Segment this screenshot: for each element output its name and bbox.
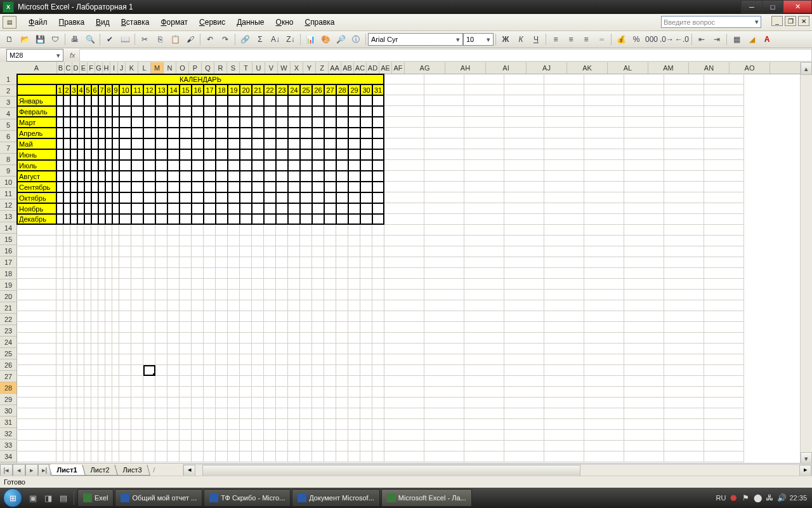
col-header[interactable]: C	[65, 62, 72, 74]
row-header[interactable]: 34	[0, 451, 16, 462]
align-center-icon[interactable]: ≡	[565, 33, 577, 46]
col-header[interactable]: X	[291, 62, 303, 74]
taskbar-button[interactable]: ТФ Скрибо - Micro...	[204, 489, 291, 507]
cut-icon[interactable]: ✂	[138, 33, 151, 46]
taskbar-button[interactable]: Exel	[77, 489, 114, 507]
align-left-icon[interactable]: ≡	[549, 33, 562, 46]
col-header[interactable]: F	[88, 62, 95, 74]
preview-icon[interactable]: 🔍	[84, 33, 96, 46]
sheet-tab[interactable]: Лист2	[82, 465, 119, 476]
maximize-button[interactable]: □	[762, 0, 783, 13]
row-header[interactable]: 5	[0, 119, 16, 131]
col-header[interactable]: A	[16, 62, 57, 74]
row-header[interactable]: 33	[0, 439, 16, 451]
col-header[interactable]: O	[176, 62, 189, 74]
row-header[interactable]: 1	[0, 74, 16, 85]
help-icon[interactable]: ⓘ	[350, 33, 362, 46]
column-headers[interactable]: ABCDEFGHIJKLMNOPQRSTUVWXYZAAABACADAEAFAG…	[16, 62, 801, 74]
close-button[interactable]: ✕	[783, 0, 812, 13]
col-header[interactable]: R	[214, 62, 227, 74]
row-header[interactable]: 19	[0, 279, 16, 291]
sort-desc-icon[interactable]: Z↓	[284, 33, 297, 46]
sort-asc-icon[interactable]: A↓	[269, 33, 282, 46]
col-header[interactable]: U	[252, 62, 265, 74]
col-header[interactable]: H	[103, 62, 110, 74]
drawing-icon[interactable]: 🎨	[319, 33, 332, 46]
col-header[interactable]: AH	[445, 62, 486, 74]
sheet-tab[interactable]: Лист1	[48, 465, 86, 476]
row-header[interactable]: 7	[0, 142, 16, 154]
row-header[interactable]: 20	[0, 291, 16, 302]
italic-icon[interactable]: К	[514, 33, 527, 46]
language-indicator[interactable]: RU	[716, 494, 726, 502]
undo-icon[interactable]: ↶	[204, 33, 216, 46]
col-header[interactable]: L	[138, 62, 151, 74]
quick-launch-icon[interactable]: ▤	[56, 491, 70, 505]
sheet-tab[interactable]: Лист3	[115, 465, 151, 476]
research-icon[interactable]: 📖	[119, 33, 131, 46]
col-header[interactable]: S	[227, 62, 240, 74]
increase-indent-icon[interactable]: ⇥	[710, 33, 723, 46]
row-header[interactable]: 28	[0, 382, 16, 394]
horizontal-scrollbar[interactable]: ◂ ▸	[183, 464, 812, 476]
col-header[interactable]: AA	[329, 62, 341, 74]
col-header[interactable]: I	[110, 62, 118, 74]
font-size-selector[interactable]: 10▾	[463, 33, 494, 46]
col-header[interactable]: AO	[730, 62, 770, 74]
currency-icon[interactable]: 💰	[615, 33, 627, 46]
tab-nav-first-icon[interactable]: |◂	[0, 464, 13, 476]
row-header[interactable]: 27	[0, 371, 16, 382]
menu-Формат[interactable]: Формат	[155, 16, 193, 29]
increase-decimal-icon[interactable]: .0→	[660, 33, 673, 46]
menu-Справка[interactable]: Справка	[299, 16, 340, 29]
col-header[interactable]: AK	[567, 62, 608, 74]
row-header[interactable]: 9	[0, 165, 16, 177]
doc-close-button[interactable]: ✕	[798, 16, 809, 26]
tray-volume-icon[interactable]: 🔊	[777, 493, 786, 502]
decrease-decimal-icon[interactable]: ←.0	[676, 33, 688, 46]
scroll-right-icon[interactable]: ▸	[799, 465, 811, 477]
copy-icon[interactable]: ⎘	[154, 33, 166, 46]
clock[interactable]: 22:35	[789, 494, 807, 502]
row-header[interactable]: 14	[0, 222, 16, 234]
row-headers[interactable]: 1234567891011121314151617181920212223242…	[0, 74, 17, 465]
col-header[interactable]: T	[240, 62, 252, 74]
quick-launch-icon[interactable]: ▣	[26, 491, 40, 505]
taskbar-button[interactable]: Документ Microsof...	[292, 489, 380, 507]
col-header[interactable]: AJ	[527, 62, 567, 74]
row-header[interactable]: 22	[0, 314, 16, 325]
tab-nav-next-icon[interactable]: ▸	[25, 464, 38, 476]
row-header[interactable]: 6	[0, 131, 16, 142]
row-header[interactable]: 24	[0, 337, 16, 348]
row-header[interactable]: 13	[0, 211, 16, 222]
percent-icon[interactable]: %	[630, 33, 643, 46]
font-color-icon[interactable]: A	[761, 33, 773, 46]
doc-minimize-button[interactable]: _	[771, 16, 783, 26]
hyperlink-icon[interactable]: 🔗	[239, 33, 251, 46]
redo-icon[interactable]: ↷	[219, 33, 232, 46]
col-header[interactable]: E	[80, 62, 88, 74]
save-icon[interactable]: 💾	[34, 33, 46, 46]
col-header[interactable]: AL	[608, 62, 648, 74]
col-header[interactable]: AD	[367, 62, 379, 74]
row-header[interactable]: 15	[0, 234, 16, 245]
tray-icon[interactable]: ⬤	[753, 493, 762, 502]
chart-icon[interactable]: 📊	[304, 33, 317, 46]
menu-Окно[interactable]: Окно	[270, 16, 299, 29]
row-header[interactable]: 31	[0, 417, 16, 428]
quick-launch-icon[interactable]: ◨	[41, 491, 55, 505]
decrease-indent-icon[interactable]: ⇤	[695, 33, 708, 46]
menu-Вставка[interactable]: Вставка	[115, 16, 155, 29]
tray-icon[interactable]: ⬣	[729, 493, 738, 502]
row-header[interactable]: 3	[0, 97, 16, 108]
system-menu-icon[interactable]: ▤	[3, 16, 16, 29]
taskbar-button[interactable]: Microsoft Excel - Ла...	[381, 489, 472, 507]
row-header[interactable]: 8	[0, 154, 16, 165]
help-search-box[interactable]: Введите вопрос▾	[661, 16, 761, 28]
col-header[interactable]: D	[72, 62, 80, 74]
menu-Данные[interactable]: Данные	[231, 16, 270, 29]
row-header[interactable]: 16	[0, 245, 16, 257]
fill-color-icon[interactable]: ◢	[745, 33, 758, 46]
autosum-icon[interactable]: Σ	[254, 33, 266, 46]
row-header[interactable]: 4	[0, 108, 16, 119]
